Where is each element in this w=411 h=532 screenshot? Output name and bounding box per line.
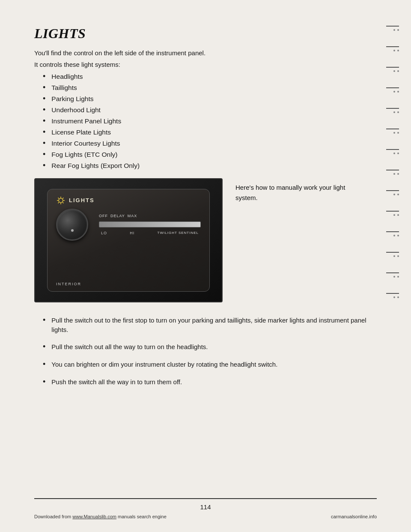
list-item-parking-lights: Parking Lights [43, 95, 377, 103]
footer-right-text: carmanualsonline.info [331, 514, 377, 519]
page-container: LIGHTS You'll find the control on the le… [0, 0, 411, 532]
right-margin-decorations [386, 26, 399, 314]
delay-label: DELAY [110, 214, 125, 218]
page-number: 114 [34, 503, 377, 511]
list-item-interior-courtesy-lights: Interior Courtesy Lights [43, 139, 377, 147]
sun-icon [56, 196, 66, 205]
instruction-item-1: Pull the switch out to the first stop to… [43, 314, 377, 335]
dashboard-image: LIGHTS OFF DELAY MAX [34, 178, 223, 302]
lights-panel-label: LIGHTS [69, 197, 95, 203]
list-item-license-plate-lights: License Plate Lights [43, 128, 377, 136]
intro-paragraph-1: You'll find the control on the left side… [34, 48, 377, 58]
hi-label: HI [130, 231, 134, 235]
list-item-underhood-light: Underhood Light [43, 106, 377, 114]
list-item-taillights: Taillights [43, 84, 377, 92]
svg-line-6 [63, 202, 63, 203]
list-item-headlights: Headlights [43, 72, 377, 81]
instruction-item-4: Push the switch all the way in to turn t… [43, 376, 377, 388]
list-item-instrument-panel-lights: Instrument Panel Lights [43, 117, 377, 125]
light-systems-list: Headlights Taillights Parking Lights Und… [43, 72, 377, 170]
manualslib-link[interactable]: www.Manualslib.com [72, 514, 116, 519]
max-label: MAX [128, 214, 137, 218]
instruction-item-2: Pull the switch out all the way to turn … [43, 341, 377, 353]
instructions-list: Pull the switch out to the first stop to… [43, 314, 377, 388]
light-knob[interactable] [56, 209, 88, 241]
image-caption: Here's how to manually work your light s… [235, 178, 351, 203]
svg-line-7 [63, 197, 63, 198]
off-label: OFF [99, 214, 108, 218]
interior-label: INTERIOR [56, 282, 81, 286]
twilight-sentinel-label: TWILIGHT SENTINEL [158, 231, 199, 235]
footer-rule [34, 498, 377, 499]
list-item-fog-lights: Fog Lights (ETC Only) [43, 150, 377, 158]
instruction-item-3: You can brighten or dim your instrument … [43, 359, 377, 370]
svg-line-8 [58, 202, 59, 203]
image-caption-section: LIGHTS OFF DELAY MAX [34, 178, 377, 302]
page-title: LIGHTS [34, 26, 377, 42]
intro-paragraph-2: It controls these light systems: [34, 61, 377, 68]
list-item-rear-fog-lights: Rear Fog Lights (Export Only) [43, 161, 377, 170]
svg-point-0 [59, 198, 63, 203]
page-footer: 114 Downloaded from www.Manualslib.com m… [0, 498, 411, 519]
lo-label: LO [101, 231, 107, 235]
twilight-bar [99, 221, 201, 227]
svg-line-5 [58, 197, 59, 198]
footer-left-text: Downloaded from www.Manualslib.com manua… [34, 514, 167, 519]
footer-text-row: Downloaded from www.Manualslib.com manua… [34, 514, 377, 519]
